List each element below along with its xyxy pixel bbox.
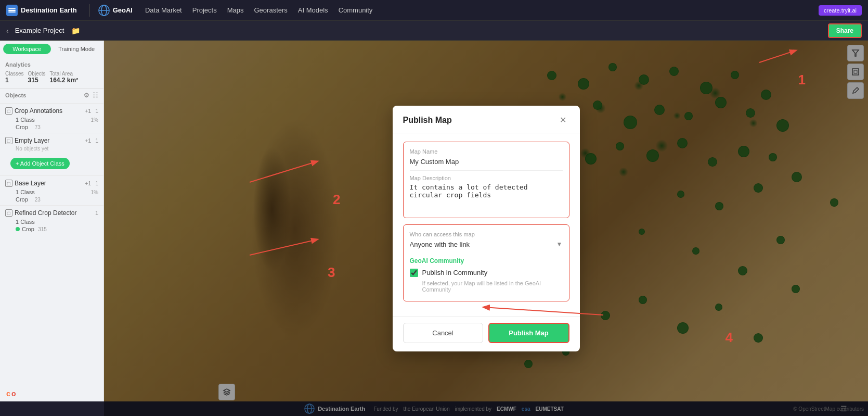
publish-map-button[interactable]: Publish Map — [488, 323, 569, 343]
crop-annotations-crop-label: Crop — [16, 124, 28, 130]
modal-body: Map Name Map Description It contains a l… — [393, 133, 580, 316]
back-button[interactable]: ‹ — [6, 27, 9, 35]
form-divider — [410, 170, 563, 171]
layer-icon-crop-annotations: ▢ — [5, 107, 12, 115]
project-name: Example Project — [15, 27, 64, 34]
refined-class: 1 Class — [16, 219, 35, 225]
layer-count-empty: 1 — [95, 138, 98, 144]
layer-sub-refined-class: 1 Class — [16, 218, 98, 225]
refined-crop-label: Crop — [22, 226, 34, 232]
share-button[interactable]: Share — [828, 23, 862, 38]
layer-crop-annotations-header[interactable]: ▢ Crop Annotations +1 1 — [5, 106, 98, 116]
crop-annotations-crop-count: 73 — [30, 124, 41, 130]
modal-header: Publish Map ✕ — [393, 106, 580, 133]
user-account-button[interactable]: create.tryit.ai — [819, 5, 862, 16]
co-icon-svg: c o — [6, 389, 21, 398]
classes-label: Classes — [5, 71, 24, 77]
analytics-objects: Objects 315 — [28, 71, 46, 84]
nav-maps[interactable]: Maps — [227, 6, 244, 14]
training-mode-tab[interactable]: Training Mode — [53, 44, 101, 54]
nav-projects[interactable]: Projects — [192, 6, 217, 14]
objects-header: Objects ⚙ ☷ — [5, 92, 98, 99]
map-area[interactable]: 1 2 3 4 Publish Map ✕ Map Name M — [104, 41, 868, 416]
co-logo[interactable]: c o — [6, 389, 21, 400]
layer-icon-refined: ▢ — [5, 209, 12, 217]
map-desc-input[interactable]: It contains a lot of detected circular c… — [410, 183, 563, 209]
community-section: GeoAI Community Publish in Community If … — [410, 255, 563, 295]
access-select[interactable]: Anyone with the link Only me Specific pe… — [410, 241, 563, 248]
svg-text:o: o — [11, 389, 16, 398]
app-logo-text: Destination Earth — [21, 6, 77, 14]
modal-close-button[interactable]: ✕ — [557, 114, 569, 127]
app-logo-icon — [6, 5, 18, 16]
community-checkbox-row: Publish in Community — [410, 269, 563, 277]
base-crop-count: 23 — [30, 197, 41, 203]
layer-add-empty[interactable]: +1 — [85, 137, 92, 144]
layer-name-crop-annotations: Crop Annotations — [15, 107, 83, 115]
modal-title: Publish Map — [403, 116, 557, 125]
total-area-label: Total Area — [49, 71, 78, 77]
nav-links: Data Market Projects Maps Georasters AI … — [145, 6, 372, 14]
objects-actions: ⚙ ☷ — [84, 92, 98, 99]
layer-sub-item-crop-annotations-class: 1 Class 1% — [16, 116, 98, 123]
app-logo[interactable]: Destination Earth — [6, 5, 77, 16]
objects-label: Objects — [28, 71, 46, 77]
access-label: Who can access this map — [410, 231, 563, 237]
layer-icon-empty: ▢ — [5, 137, 12, 144]
publish-community-label: Publish in Community — [422, 269, 488, 276]
analytics-area: Total Area 164.2 km² — [49, 71, 78, 84]
nav-data-market[interactable]: Data Market — [145, 6, 182, 14]
layer-base-header[interactable]: ▢ Base Layer +1 1 — [5, 178, 98, 188]
layer-sub-refined: 1 Class Crop 315 — [5, 218, 98, 233]
layer-add-base[interactable]: +1 — [85, 180, 92, 186]
community-hint: If selected, your Map will be listed in … — [410, 280, 563, 293]
map-name-label: Map Name — [410, 148, 563, 155]
sidebar-tabs: Workspace Training Mode — [0, 41, 103, 57]
layer-refined: ▢ Refined Crop Detector 1 1 Class Crop 3… — [0, 205, 103, 235]
nav-ai-models[interactable]: AI Models — [298, 6, 328, 14]
geoai-logo-text: GeoAI — [113, 6, 133, 14]
community-label: GeoAI Community — [410, 257, 563, 264]
layer-name-empty: Empty Layer — [15, 137, 83, 144]
geoai-logo[interactable]: GeoAI — [98, 5, 133, 16]
crop-annotations-pct: 1% — [91, 117, 98, 123]
map-desc-label: Map Description — [410, 175, 563, 181]
top-nav: Destination Earth GeoAI Data Market Proj… — [0, 0, 868, 21]
nav-georasters[interactable]: Georasters — [254, 6, 288, 14]
main-layout: Workspace Training Mode Analytics Classe… — [0, 41, 868, 416]
access-section: Who can access this map Anyone with the … — [403, 224, 569, 301]
empty-layer-hint: No objects yet — [5, 146, 98, 154]
folder-icon[interactable]: 📁 — [71, 27, 80, 35]
layer-add-refined[interactable]: 1 — [95, 210, 98, 216]
refined-crop-count: 315 — [36, 226, 47, 232]
layer-empty-header[interactable]: ▢ Empty Layer +1 1 — [5, 135, 98, 146]
layer-name-refined: Refined Crop Detector — [15, 209, 93, 217]
crop-annotations-class: 1 Class — [16, 117, 35, 123]
objects-value: 315 — [28, 77, 46, 84]
base-crop-label: Crop — [16, 196, 28, 203]
svg-rect-1 — [8, 10, 16, 11]
base-pct: 1% — [91, 190, 98, 195]
layer-count-crop-annotations: 1 — [95, 108, 98, 114]
access-select-wrapper: Anyone with the link Only me Specific pe… — [410, 239, 563, 249]
analytics-classes: Classes 1 — [5, 71, 24, 84]
base-class: 1 Class — [16, 189, 35, 195]
classes-value: 1 — [5, 77, 24, 84]
layer-refined-header[interactable]: ▢ Refined Crop Detector 1 — [5, 208, 98, 218]
modal-overlay: Publish Map ✕ Map Name Map Description I… — [104, 41, 868, 416]
settings-action-button[interactable]: ⚙ — [84, 92, 89, 99]
nav-community[interactable]: Community — [339, 6, 373, 14]
layer-count-base: 1 — [95, 181, 98, 186]
svg-text:c: c — [6, 389, 10, 398]
crop-dot-indicator — [16, 227, 20, 231]
add-object-class-button[interactable]: + Add Object Class — [10, 158, 70, 169]
layer-add-crop-annotations[interactable]: +1 — [85, 108, 92, 114]
analytics-title: Analytics — [5, 61, 98, 68]
cancel-button[interactable]: Cancel — [403, 323, 483, 343]
layer-name-base: Base Layer — [15, 180, 83, 187]
workspace-tab[interactable]: Workspace — [3, 44, 51, 54]
grid-action-button[interactable]: ☷ — [93, 92, 98, 99]
analytics-section: Analytics Classes 1 Objects 315 Total Ar… — [0, 57, 103, 86]
map-name-input[interactable] — [410, 158, 563, 166]
publish-community-checkbox[interactable] — [410, 269, 418, 277]
